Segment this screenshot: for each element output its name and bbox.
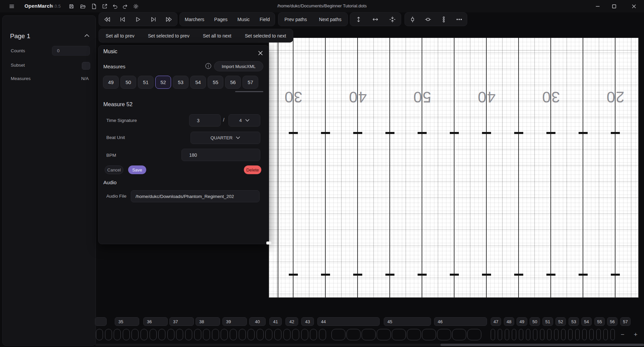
button-set-all-to-next[interactable]: Set all to next	[202, 33, 233, 39]
lock-x-axis-icon[interactable]	[372, 16, 379, 23]
timeline-measure-35[interactable]: 35	[115, 317, 139, 326]
beat-marker	[167, 329, 174, 340]
hash-mark	[546, 274, 555, 276]
beat-marker	[407, 329, 421, 340]
measure-button-55[interactable]: 55	[208, 76, 223, 89]
timeline-measure-52[interactable]: 52	[555, 317, 566, 326]
beat-marker	[512, 329, 516, 340]
timeline-measure-51[interactable]: 51	[542, 317, 553, 326]
button-prev-paths[interactable]: Prev paths	[283, 17, 308, 22]
timeline-measure-40[interactable]: 40	[249, 317, 266, 326]
timeline-measure-50[interactable]: 50	[530, 317, 540, 326]
hash-mark	[482, 132, 491, 134]
subset-label: Subset	[11, 63, 25, 68]
skip-to-start-icon[interactable]	[119, 16, 126, 23]
chevron-up-icon[interactable]	[84, 33, 90, 38]
timeline-scrollbar-thumb[interactable]	[440, 344, 644, 346]
beat-marker	[239, 329, 246, 340]
timeline-measure-56[interactable]: 56	[607, 317, 618, 326]
subset-checkbox[interactable]	[82, 62, 90, 70]
timeline-measure-55[interactable]: 55	[594, 317, 605, 326]
close-icon[interactable]	[256, 49, 264, 57]
timeline-measure-42[interactable]: 42	[285, 317, 298, 326]
beat-marker	[331, 329, 345, 340]
rewind-icon[interactable]	[103, 16, 110, 23]
timeline-measure-57[interactable]: 57	[620, 317, 631, 326]
cancel-button[interactable]: Cancel	[105, 165, 123, 174]
button-set-selected-to-next[interactable]: Set selected to next	[244, 33, 287, 39]
beat-marker	[203, 329, 210, 340]
distribute-vertical-icon[interactable]	[440, 16, 447, 23]
timeline-zoom-out-button[interactable]: −	[619, 331, 626, 338]
snap-to-center-icon[interactable]	[389, 16, 396, 23]
measures-heading: Measures	[103, 64, 125, 69]
tab-marchers[interactable]: Marchers	[183, 17, 206, 22]
save-button[interactable]: Save	[128, 165, 146, 174]
align-horizontal-center-icon[interactable]	[409, 16, 416, 23]
timeline-measure-48[interactable]: 48	[504, 317, 514, 326]
timeline-measure-44[interactable]: 44	[317, 317, 380, 326]
info-icon[interactable]	[205, 62, 212, 70]
timeline-measure-37[interactable]: 37	[169, 317, 194, 326]
skip-to-end-icon[interactable]	[150, 16, 157, 23]
hash-mark	[579, 274, 588, 276]
timeline-scrollbar-track[interactable]	[95, 344, 644, 346]
beat-marker	[568, 329, 573, 340]
time-signature-numerator-input[interactable]	[189, 114, 221, 127]
beat-marker	[176, 329, 183, 340]
timeline-zoom-in-button[interactable]: +	[632, 331, 639, 338]
align-vertical-center-icon[interactable]	[425, 16, 431, 23]
audio-file-input[interactable]	[131, 190, 260, 202]
distribute-horizontal-icon[interactable]	[456, 16, 463, 23]
button-set-all-to-prev[interactable]: Set all to prev	[104, 33, 136, 39]
beat-marker	[230, 329, 237, 340]
beat-unit-dropdown[interactable]: QUARTER	[191, 132, 260, 144]
delete-button[interactable]: Delete	[244, 165, 261, 174]
drawer-resize-grip[interactable]	[266, 241, 271, 245]
window-maximize-button[interactable]	[611, 3, 618, 10]
measures-label: Measures	[11, 76, 31, 81]
window-close-button[interactable]	[631, 3, 637, 10]
tab-field[interactable]: Field	[258, 17, 271, 22]
measure-button-51[interactable]: 51	[138, 76, 154, 89]
fast-forward-icon[interactable]	[166, 16, 173, 23]
tab-music[interactable]: Music	[236, 17, 251, 22]
measures-scrollbar-thumb[interactable]	[235, 91, 263, 92]
timeline-measure-38[interactable]: 38	[196, 317, 220, 326]
measure-button-56[interactable]: 56	[225, 76, 241, 89]
timeline-measure-39[interactable]: 39	[222, 317, 247, 326]
field-canvas[interactable]: 304050403020	[268, 38, 639, 298]
window-minimize-button[interactable]	[594, 3, 601, 10]
distribute-toolbar	[405, 12, 467, 26]
tab-pages[interactable]: Pages	[213, 17, 229, 22]
timeline-measure-45[interactable]: 45	[384, 317, 431, 326]
counts-input[interactable]	[52, 46, 90, 56]
timeline-measure-clipped[interactable]	[95, 317, 107, 326]
measure-button-57[interactable]: 57	[243, 76, 258, 89]
measure-button-49[interactable]: 49	[103, 76, 119, 89]
measure-button-53[interactable]: 53	[173, 76, 189, 89]
beat-marker	[575, 329, 580, 340]
hash-mark	[385, 132, 394, 134]
timeline-measure-47[interactable]: 47	[491, 317, 501, 326]
timeline-measure-54[interactable]: 54	[581, 317, 592, 326]
timeline-measure-49[interactable]: 49	[517, 317, 527, 326]
timeline-measure-43[interactable]: 43	[301, 317, 314, 326]
play-icon[interactable]	[135, 16, 141, 23]
measure-button-50[interactable]: 50	[120, 76, 136, 89]
measure-button-54[interactable]: 54	[190, 76, 206, 89]
timeline-measure-53[interactable]: 53	[569, 317, 579, 326]
measure-button-52[interactable]: 52	[155, 76, 171, 89]
timeline-measure-36[interactable]: 36	[143, 317, 168, 326]
button-set-selected-to-prev[interactable]: Set selected to prev	[147, 33, 191, 39]
button-next-paths[interactable]: Next paths	[318, 17, 343, 22]
timeline-measure-46[interactable]: 46	[434, 317, 487, 326]
beat-marker	[141, 329, 148, 340]
import-musicxml-button[interactable]: Import MusicXML	[214, 61, 263, 71]
lock-y-axis-icon[interactable]	[355, 16, 362, 23]
beat-marker	[265, 329, 272, 340]
timeline-measure-41[interactable]: 41	[269, 317, 282, 326]
bpm-input[interactable]	[181, 149, 260, 161]
time-signature-denominator-dropdown[interactable]: 4	[228, 114, 260, 127]
beat-marker	[533, 329, 537, 340]
